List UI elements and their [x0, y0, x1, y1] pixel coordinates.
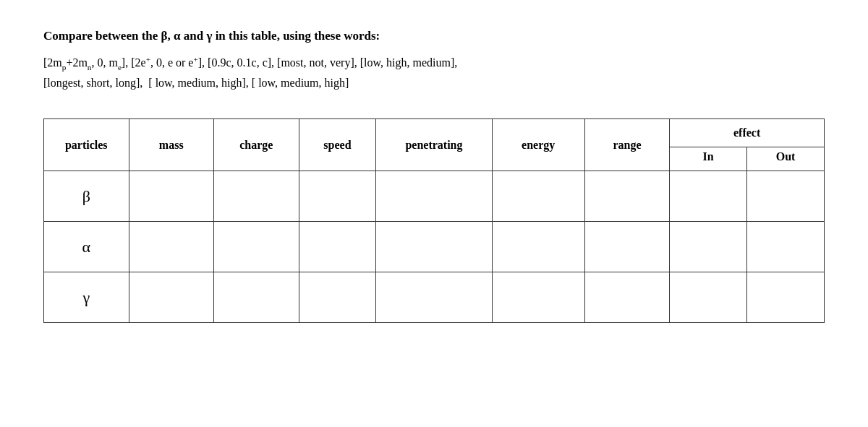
cell-alpha-range[interactable] [584, 222, 670, 272]
col-header-particles: particles [44, 119, 129, 171]
col-header-charge: charge [214, 119, 299, 171]
col-header-effect: effect [670, 119, 825, 147]
cell-alpha-penetrating[interactable] [376, 222, 492, 272]
cell-alpha-speed[interactable] [299, 222, 376, 272]
cell-beta-speed[interactable] [299, 171, 376, 222]
col-header-energy: energy [492, 119, 584, 171]
comparison-table: particles mass charge speed penetrating … [43, 118, 825, 323]
col-header-speed: speed [299, 119, 376, 171]
col-header-in: In [670, 147, 747, 171]
words-line1: [2mp+2mn, 0, me], [2e+, 0, e or e+], [0.… [43, 53, 825, 74]
cell-gamma-out[interactable] [747, 272, 825, 323]
cell-gamma-speed[interactable] [299, 272, 376, 323]
words-line2: [longest, short, long], [ low, medium, h… [43, 74, 825, 92]
cell-alpha-out[interactable] [747, 222, 825, 272]
cell-beta-in[interactable] [670, 171, 747, 222]
particle-gamma: γ [44, 272, 129, 323]
col-header-range: range [584, 119, 670, 171]
cell-beta-penetrating[interactable] [376, 171, 492, 222]
table-container: particles mass charge speed penetrating … [43, 118, 825, 323]
col-header-penetrating: penetrating [376, 119, 492, 171]
cell-alpha-energy[interactable] [492, 222, 584, 272]
cell-beta-out[interactable] [747, 171, 825, 222]
instructions-title: Compare between the β, α and γ in this t… [43, 29, 825, 43]
table-row-beta: β [44, 171, 825, 222]
instructions-container: Compare between the β, α and γ in this t… [43, 29, 825, 92]
cell-beta-range[interactable] [584, 171, 670, 222]
cell-gamma-mass[interactable] [129, 272, 214, 323]
particle-alpha: α [44, 222, 129, 272]
cell-gamma-penetrating[interactable] [376, 272, 492, 323]
particle-beta: β [44, 171, 129, 222]
table-row-gamma: γ [44, 272, 825, 323]
cell-alpha-charge[interactable] [214, 222, 299, 272]
instructions-words: [2mp+2mn, 0, me], [2e+, 0, e or e+], [0.… [43, 53, 825, 92]
cell-beta-charge[interactable] [214, 171, 299, 222]
cell-beta-mass[interactable] [129, 171, 214, 222]
col-header-out: Out [747, 147, 825, 171]
cell-gamma-charge[interactable] [214, 272, 299, 323]
table-row-alpha: α [44, 222, 825, 272]
cell-alpha-in[interactable] [670, 222, 747, 272]
col-header-mass: mass [129, 119, 214, 171]
cell-beta-energy[interactable] [492, 171, 584, 222]
cell-gamma-energy[interactable] [492, 272, 584, 323]
cell-gamma-range[interactable] [584, 272, 670, 323]
cell-alpha-mass[interactable] [129, 222, 214, 272]
cell-gamma-in[interactable] [670, 272, 747, 323]
header-row-top: particles mass charge speed penetrating … [44, 119, 825, 147]
